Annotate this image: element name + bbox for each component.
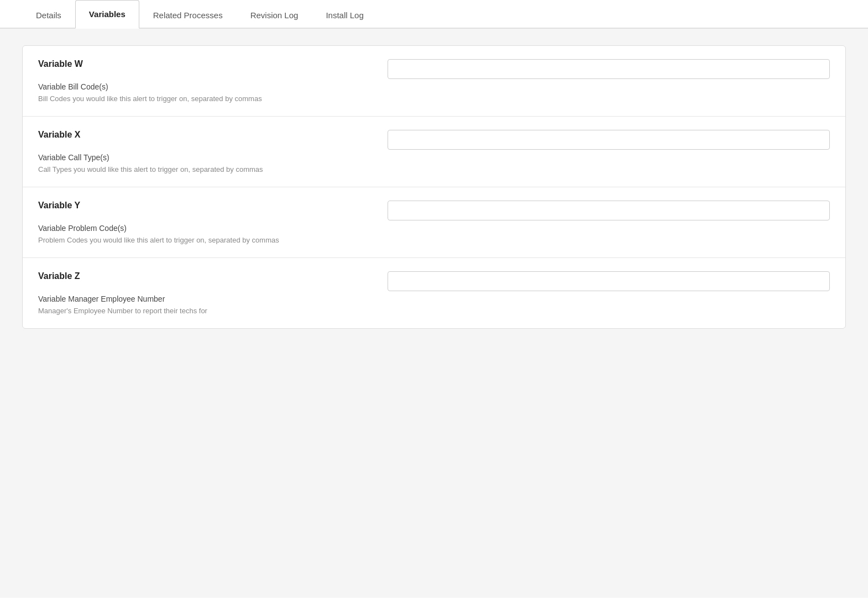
variable-header-x: Variable X bbox=[38, 130, 830, 150]
variables-card: Variable W Variable Bill Code(s) Bill Co… bbox=[22, 45, 846, 329]
variable-x-name: Variable X bbox=[38, 130, 81, 140]
variable-y-label: Variable Problem Code(s) bbox=[38, 224, 830, 233]
tab-related-processes[interactable]: Related Processes bbox=[139, 1, 237, 29]
variable-y-name: Variable Y bbox=[38, 201, 80, 210]
variable-w-name: Variable W bbox=[38, 59, 83, 69]
tabs-bar: Details Variables Related Processes Revi… bbox=[0, 0, 868, 29]
variable-w-label: Variable Bill Code(s) bbox=[38, 82, 830, 91]
variable-header-w: Variable W bbox=[38, 59, 830, 79]
variable-row-z: Variable Z Variable Manager Employee Num… bbox=[23, 258, 845, 328]
variable-z-label: Variable Manager Employee Number bbox=[38, 294, 830, 303]
variable-w-input[interactable] bbox=[388, 59, 830, 79]
variable-row-y: Variable Y Variable Problem Code(s) Prob… bbox=[23, 187, 845, 258]
tab-revision-log[interactable]: Revision Log bbox=[237, 1, 312, 29]
variable-row-w: Variable W Variable Bill Code(s) Bill Co… bbox=[23, 46, 845, 117]
variable-header-y: Variable Y bbox=[38, 201, 830, 220]
variable-x-description: Call Types you would like this alert to … bbox=[38, 165, 830, 173]
variable-row-x: Variable X Variable Call Type(s) Call Ty… bbox=[23, 117, 845, 187]
main-content: Variable W Variable Bill Code(s) Bill Co… bbox=[0, 29, 868, 598]
tab-install-log[interactable]: Install Log bbox=[312, 1, 377, 29]
variable-x-input[interactable] bbox=[388, 130, 830, 150]
variable-z-description: Manager's Employee Number to report thei… bbox=[38, 307, 830, 315]
variable-z-name: Variable Z bbox=[38, 271, 80, 281]
variable-y-input[interactable] bbox=[388, 201, 830, 220]
variable-header-z: Variable Z bbox=[38, 271, 830, 291]
variable-z-input[interactable] bbox=[388, 271, 830, 291]
variable-w-description: Bill Codes you would like this alert to … bbox=[38, 94, 830, 103]
variable-y-description: Problem Codes you would like this alert … bbox=[38, 236, 830, 244]
tab-details[interactable]: Details bbox=[22, 1, 75, 29]
tab-variables[interactable]: Variables bbox=[75, 0, 139, 29]
page-wrapper: Details Variables Related Processes Revi… bbox=[0, 0, 868, 600]
variable-x-label: Variable Call Type(s) bbox=[38, 153, 830, 162]
